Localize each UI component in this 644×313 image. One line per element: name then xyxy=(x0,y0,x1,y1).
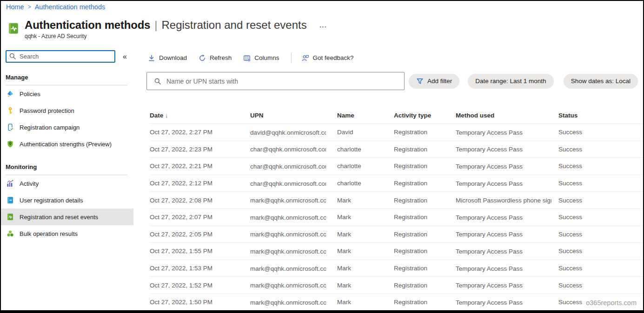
cell-method-used: Temporary Access Pass xyxy=(456,180,558,187)
azure-portal-page: Home>Authentication methods Authenticati… xyxy=(0,0,644,313)
clover-icon xyxy=(7,230,14,237)
date-range-label: Date range: Last 1 month xyxy=(475,78,546,85)
filter-bar: Add filter Date range: Last 1 month Show… xyxy=(146,72,643,90)
cell-method-used: Temporary Access Pass xyxy=(456,299,558,306)
feedback-icon xyxy=(302,54,309,62)
column-header-activity-type[interactable]: Activity type xyxy=(394,112,456,119)
cell-name: charlotte xyxy=(337,163,394,170)
sidebar-item-registration-and-reset-events[interactable]: Registration and reset events xyxy=(1,209,133,225)
cell-activity-type: Registration xyxy=(394,214,456,221)
cell-status: Success xyxy=(558,146,643,153)
content-area: Download Refresh Columns Got feedback? xyxy=(140,46,643,310)
cell-status: Success xyxy=(558,265,643,272)
cell-method-used: Temporary Access Pass xyxy=(456,265,558,272)
cell-upn: mark@qqhk.onmicrosoft.com xyxy=(250,265,337,272)
green-book-icon xyxy=(7,213,14,221)
toolbar-divider xyxy=(291,53,292,63)
column-header-date[interactable]: Date ↓ xyxy=(150,112,250,119)
cell-date: Oct 27, 2022, 2:21 PM xyxy=(150,163,250,170)
cell-method-used: Temporary Access Pass xyxy=(456,248,558,255)
table-row[interactable]: Oct 27, 2022, 2:23 PMchar@qqhk.onmicroso… xyxy=(150,141,643,158)
cell-name: Mark xyxy=(337,214,394,221)
shield-lock-icon xyxy=(7,140,14,148)
cell-name: charlotte xyxy=(337,146,394,153)
sidebar-item-bulk-operation-results[interactable]: Bulk operation results xyxy=(1,225,133,242)
table-row[interactable]: Oct 27, 2022, 2:21 PMchar@qqhk.onmicroso… xyxy=(150,157,643,175)
cell-name: charlotte xyxy=(337,180,394,187)
cell-upn: mark@qqhk.onmicrosoft.com xyxy=(250,248,337,255)
sidebar-item-activity[interactable]: Activity xyxy=(1,175,133,192)
cell-date: Oct 27, 2022, 1:55 PM xyxy=(150,248,250,254)
registration-events-page-icon xyxy=(7,21,20,35)
refresh-icon xyxy=(199,54,206,62)
sidebar-item-registration-campaign[interactable]: Registration campaign xyxy=(1,119,133,136)
column-header-status[interactable]: Status xyxy=(558,112,643,119)
sidebar-collapse-button[interactable]: « xyxy=(123,52,127,61)
cell-upn: mark@qqhk.onmicrosoft.com xyxy=(250,196,337,204)
download-button[interactable]: Download xyxy=(148,54,187,62)
cell-activity-type: Registration xyxy=(394,231,456,238)
cell-upn: mark@qqhk.onmicrosoft.com xyxy=(250,230,337,238)
sidebar-section-monitoring: Monitoring xyxy=(6,163,127,175)
cell-activity-type: Registration xyxy=(394,265,456,272)
sidebar-section-manage: Manage xyxy=(6,74,127,85)
refresh-label: Refresh xyxy=(210,54,232,61)
sidebar-item-label: Password protection xyxy=(20,107,74,114)
cell-activity-type: Registration xyxy=(394,282,456,289)
sidebar-item-label: Policies xyxy=(20,91,40,98)
table-row[interactable]: Oct 27, 2022, 2:12 PMchar@qqhk.onmicroso… xyxy=(150,175,643,192)
table-row[interactable]: Oct 27, 2022, 1:53 PMmark@qqhk.onmicroso… xyxy=(150,260,643,277)
cell-method-used: Microsoft Passwordless phone sign-in xyxy=(456,196,558,204)
upn-search-input[interactable] xyxy=(147,72,404,90)
breadcrumb: Home>Authentication methods xyxy=(6,3,105,11)
sidebar-search-input[interactable] xyxy=(6,50,115,63)
upn-search xyxy=(146,72,405,90)
columns-button[interactable]: Columns xyxy=(243,54,279,62)
show-dates-filter[interactable]: Show dates as: Local xyxy=(564,74,638,89)
cell-upn: david@qqhk.onmicrosoft.com xyxy=(250,129,337,136)
cell-date: Oct 27, 2022, 2:27 PM xyxy=(150,129,250,136)
cell-status: Success xyxy=(558,197,643,204)
download-icon xyxy=(148,54,155,62)
page-title-bar: Authentication methods | Registration an… xyxy=(7,19,327,39)
breadcrumb-link-home[interactable]: Home xyxy=(6,3,24,11)
page-title-separator: | xyxy=(154,19,157,32)
columns-icon xyxy=(243,54,251,62)
breadcrumb-link-authentication-methods[interactable]: Authentication methods xyxy=(35,3,106,11)
cell-date: Oct 27, 2022, 2:07 PM xyxy=(150,214,250,221)
date-range-filter[interactable]: Date range: Last 1 month xyxy=(468,74,553,89)
sidebar-item-password-protection[interactable]: Password protection xyxy=(1,102,133,119)
feedback-label: Got feedback? xyxy=(313,54,354,61)
got-feedback-button[interactable]: Got feedback? xyxy=(302,54,354,62)
cell-name: David xyxy=(337,129,394,136)
column-header-upn[interactable]: UPN xyxy=(250,112,337,119)
sidebar-item-user-registration-details[interactable]: User registration details xyxy=(1,192,133,209)
table-row[interactable]: Oct 27, 2022, 1:52 PMmark@qqhk.onmicroso… xyxy=(150,276,643,293)
table-row[interactable]: Oct 27, 2022, 2:07 PMmark@qqhk.onmicroso… xyxy=(150,209,643,226)
cell-date: Oct 27, 2022, 2:08 PM xyxy=(150,197,250,204)
table-row[interactable]: Oct 27, 2022, 2:27 PMdavid@qqhk.onmicros… xyxy=(150,124,643,141)
cell-activity-type: Registration xyxy=(394,180,456,187)
funnel-icon xyxy=(416,78,424,85)
cell-status: Success xyxy=(558,180,643,187)
cell-status: Success xyxy=(558,214,643,221)
table-row[interactable]: Oct 27, 2022, 1:55 PMmark@qqhk.onmicroso… xyxy=(150,242,643,260)
command-bar: Download Refresh Columns Got feedback? xyxy=(140,46,643,64)
sidebar-item-authentication-strengths-preview[interactable]: Authentication strengths (Preview) xyxy=(1,136,133,152)
table-row[interactable]: Oct 27, 2022, 1:50 PMmark@qqhk.onmicroso… xyxy=(150,293,643,311)
refresh-button[interactable]: Refresh xyxy=(199,54,232,62)
more-menu-button[interactable]: … xyxy=(319,20,327,30)
cell-name: Mark xyxy=(337,282,394,289)
cell-activity-type: Registration xyxy=(394,146,456,153)
sidebar-item-policies[interactable]: Policies xyxy=(1,85,133,102)
table-row[interactable]: Oct 27, 2022, 2:05 PMmark@qqhk.onmicroso… xyxy=(150,226,643,243)
sidebar: « ManagePoliciesPassword protectionRegis… xyxy=(1,46,140,310)
cell-method-used: Temporary Access Pass xyxy=(456,129,558,136)
add-filter-button[interactable]: Add filter xyxy=(409,74,459,89)
sidebar-search xyxy=(6,50,115,63)
column-header-name[interactable]: Name xyxy=(337,112,394,119)
column-header-method-used[interactable]: Method used xyxy=(456,112,558,119)
activity-chart-icon xyxy=(7,180,14,187)
table-row[interactable]: Oct 27, 2022, 2:08 PMmark@qqhk.onmicroso… xyxy=(150,191,643,209)
cell-name: Mark xyxy=(337,248,394,254)
